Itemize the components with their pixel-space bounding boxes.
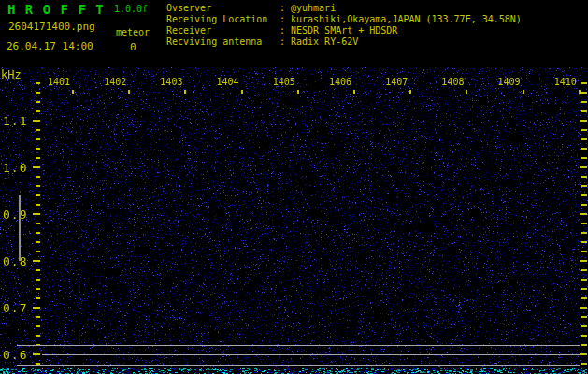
x-tick-mark [297, 90, 299, 94]
y-tick-mark [33, 120, 40, 122]
right-tick-mark [581, 138, 587, 140]
right-tick-mark [581, 279, 587, 280]
right-tick-mark [581, 204, 587, 206]
y-tick-mark [36, 325, 40, 327]
x-tick-mark [128, 90, 130, 94]
x-tick-mark [72, 90, 74, 94]
right-tick-mark [581, 232, 587, 234]
y-tick-mark [36, 194, 40, 196]
right-tick-mark [580, 166, 587, 168]
y-tick-label: 1.0 [3, 161, 31, 175]
y-tick-label: 1.1 [3, 114, 31, 128]
info-value: NESDR SMArt + HDSDR [291, 25, 397, 36]
spectrogram-plot [0, 65, 588, 374]
y-tick-mark [36, 82, 40, 84]
y-tick-mark [33, 166, 40, 168]
y-tick-mark [36, 269, 40, 271]
x-tick-label: 1409 [493, 77, 526, 87]
right-tick-mark [581, 129, 587, 131]
right-tick-mark [580, 120, 587, 122]
x-tick-label: 1405 [267, 77, 301, 87]
app-version: 1.0.0f [114, 4, 148, 14]
right-tick-mark [580, 307, 587, 309]
x-tick-label: 1402 [98, 77, 132, 87]
right-tick-mark [581, 251, 587, 252]
left-edge-marker-line [19, 195, 21, 261]
info-colon: : [280, 14, 291, 25]
reference-line [17, 365, 580, 366]
station-info-block: Ovserver:@yuhmariReceiving Location:kura… [166, 3, 522, 48]
y-tick-mark [36, 241, 40, 243]
x-tick-mark [466, 90, 467, 94]
info-colon: : [280, 3, 291, 14]
station-info-row: Receiver:NESDR SMArt + HDSDR [166, 25, 522, 36]
x-tick-mark [184, 90, 186, 94]
x-tick-label: 1407 [380, 77, 413, 87]
y-tick-mark [36, 92, 40, 94]
right-tick-mark [581, 344, 587, 346]
right-tick-mark [581, 82, 587, 84]
meteor-counter-label: meteor [116, 27, 150, 37]
right-tick-mark [581, 316, 587, 318]
right-tick-mark [581, 325, 587, 327]
right-tick-mark [581, 288, 587, 290]
spectrogram-noise-canvas [0, 65, 588, 374]
x-tick-label: 1410 [549, 77, 582, 87]
y-tick-mark [36, 157, 40, 159]
station-info-row: Ovserver:@yuhmari [166, 3, 522, 14]
right-tick-mark [581, 110, 587, 112]
info-colon: : [280, 36, 291, 48]
x-tick-label: 1401 [42, 77, 76, 87]
right-tick-mark [581, 363, 587, 365]
right-tick-mark [581, 92, 587, 94]
y-tick-mark [36, 110, 40, 112]
y-tick-mark [33, 307, 40, 309]
y-tick-mark [36, 335, 40, 337]
right-tick-mark [581, 148, 587, 150]
right-tick-mark [581, 269, 587, 271]
reference-line [17, 345, 580, 346]
app-title: H R O F F T [7, 2, 105, 17]
right-tick-mark [581, 335, 587, 337]
y-tick-label: 0.6 [3, 348, 31, 362]
right-tick-mark [580, 260, 587, 262]
y-tick-label: 0.8 [3, 254, 31, 268]
hrofft-screen: H R O F F T 1.0.0f 2604171400.png meteor… [0, 0, 588, 374]
info-label: Receiving Location [166, 14, 280, 25]
right-tick-mark [581, 157, 587, 159]
x-tick-label: 1406 [323, 77, 357, 87]
y-tick-mark [36, 279, 40, 280]
info-label: Recviving antenna [166, 36, 280, 48]
right-tick-mark [580, 213, 587, 215]
info-label: Receiver [166, 25, 280, 36]
y-tick-mark [36, 129, 40, 131]
right-tick-mark [581, 101, 587, 103]
y-tick-mark [33, 213, 40, 215]
y-tick-mark [36, 288, 40, 290]
y-tick-mark [36, 297, 40, 299]
right-tick-mark [581, 194, 587, 196]
y-tick-mark [33, 353, 40, 355]
right-tick-mark [581, 297, 587, 299]
station-info-row: Receiving Location:kurashiki,Okayama,JAP… [166, 14, 522, 25]
station-info-row: Recviving antenna:Radix RY-62V [166, 36, 522, 48]
y-tick-mark [36, 138, 40, 140]
info-label: Ovserver [166, 3, 280, 14]
y-tick-mark [36, 316, 40, 318]
right-tick-mark [581, 176, 587, 178]
reference-line [42, 354, 580, 355]
y-tick-mark [36, 148, 40, 150]
y-tick-mark [36, 185, 40, 187]
x-tick-label: 1404 [211, 77, 245, 87]
observation-timestamp: 26.04.17 14:00 [7, 40, 93, 52]
y-tick-mark [36, 101, 40, 103]
info-colon: : [280, 25, 291, 36]
x-tick-label: 1403 [154, 77, 188, 87]
x-tick-mark [353, 90, 355, 94]
y-tick-mark [36, 176, 40, 178]
y-tick-label: 0.9 [3, 208, 31, 222]
meteor-counter-value: 0 [130, 41, 136, 53]
y-tick-mark [36, 223, 40, 224]
info-value: @yuhmari [291, 3, 336, 13]
x-tick-label: 1408 [436, 77, 469, 87]
